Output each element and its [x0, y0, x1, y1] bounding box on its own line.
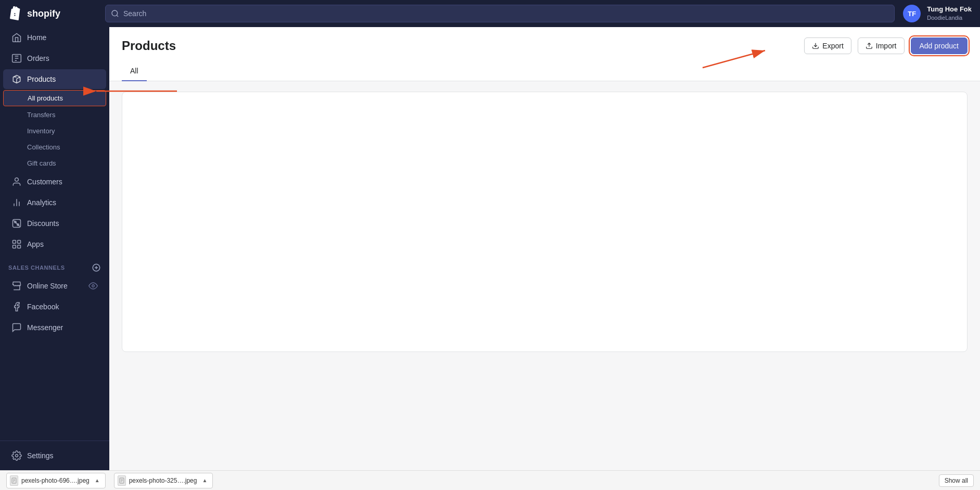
import-icon	[866, 42, 873, 49]
page-header: Products Export	[109, 27, 980, 81]
import-button[interactable]: Import	[858, 37, 905, 54]
sidebar-item-products[interactable]: Products	[3, 69, 106, 89]
show-all-button[interactable]: Show all	[939, 474, 974, 487]
sidebar-item-discounts-label: Discounts	[27, 219, 59, 228]
download-file-2[interactable]: pexels-photo-325….jpeg ▲	[114, 473, 213, 488]
shopify-logo[interactable]: shopify	[8, 6, 97, 21]
logo-text: shopify	[27, 8, 60, 19]
file-1-name: pexels-photo-696….jpeg	[21, 477, 90, 484]
user-name: Tung Hoe Fok	[927, 5, 972, 14]
page-content	[109, 81, 980, 470]
add-sales-channel-icon[interactable]	[92, 263, 101, 272]
sidebar-item-home[interactable]: Home	[3, 28, 106, 47]
analytics-icon	[11, 197, 22, 208]
sidebar-item-inventory[interactable]: Inventory	[3, 123, 106, 139]
sidebar-item-settings[interactable]: Settings	[3, 446, 106, 466]
svg-point-11	[92, 285, 95, 287]
export-icon	[812, 42, 819, 49]
main-content: Products Export	[109, 27, 980, 470]
svg-point-0	[112, 10, 118, 16]
sidebar: Home Orders Products All products Transf…	[0, 27, 109, 470]
avatar[interactable]: TF	[903, 5, 921, 22]
sidebar-item-products-label: Products	[27, 75, 56, 83]
sidebar-item-transfers[interactable]: Transfers	[3, 107, 106, 122]
sidebar-item-all-products[interactable]: All products	[3, 90, 106, 106]
sidebar-item-gift-cards[interactable]: Gift cards	[3, 156, 106, 171]
export-button[interactable]: Export	[804, 37, 851, 54]
sidebar-item-customers[interactable]: Customers	[3, 172, 106, 192]
customers-icon	[11, 177, 22, 187]
user-info: Tung Hoe Fok DoodieLandia	[927, 5, 972, 21]
sidebar-item-customers-label: Customers	[27, 178, 62, 186]
orders-icon	[11, 53, 22, 64]
topbar-right: TF Tung Hoe Fok DoodieLandia	[903, 5, 972, 22]
file-2-name: pexels-photo-325….jpeg	[129, 477, 197, 484]
sidebar-item-facebook[interactable]: Facebook	[3, 297, 106, 317]
sidebar-item-analytics[interactable]: Analytics	[3, 193, 106, 212]
sidebar-item-apps[interactable]: Apps	[3, 234, 106, 254]
user-store: DoodieLandia	[927, 14, 972, 21]
header-actions: Export Import Add product	[804, 37, 968, 54]
products-card	[122, 92, 968, 352]
sidebar-bottom: Settings	[0, 441, 109, 466]
tabs-bar: All	[122, 61, 968, 81]
settings-label: Settings	[27, 451, 54, 460]
svg-rect-6	[13, 241, 16, 244]
page-title: Products	[122, 39, 176, 53]
tab-all[interactable]: All	[122, 61, 147, 81]
home-icon	[11, 32, 22, 43]
add-product-button[interactable]: Add product	[911, 37, 968, 54]
svg-rect-8	[13, 245, 16, 248]
chevron-icon-1: ▲	[95, 478, 100, 483]
products-icon	[11, 74, 22, 84]
chevron-icon-2: ▲	[202, 478, 207, 483]
download-bar: pexels-photo-696….jpeg ▲ pexels-photo-32…	[0, 470, 980, 490]
file-icon-1	[10, 475, 18, 486]
sidebar-item-apps-label: Apps	[27, 240, 44, 248]
search-placeholder: Search	[123, 9, 146, 18]
search-bar[interactable]: Search	[105, 5, 895, 22]
sidebar-item-orders-label: Orders	[27, 54, 49, 62]
file-icon-2	[118, 475, 126, 486]
svg-rect-7	[18, 241, 21, 244]
discounts-icon	[11, 218, 22, 229]
sidebar-item-analytics-label: Analytics	[27, 198, 56, 207]
sidebar-item-home-label: Home	[27, 33, 46, 42]
sidebar-item-collections[interactable]: Collections	[3, 140, 106, 155]
svg-point-12	[16, 455, 18, 457]
settings-icon	[11, 450, 22, 461]
facebook-icon	[11, 301, 22, 312]
download-file-1[interactable]: pexels-photo-696….jpeg ▲	[6, 473, 106, 488]
eye-icon[interactable]	[88, 281, 98, 291]
search-icon	[111, 9, 119, 18]
sidebar-item-orders[interactable]: Orders	[3, 48, 106, 68]
sidebar-item-messenger[interactable]: Messenger	[3, 318, 106, 337]
sales-channels-section: SALES CHANNELS	[0, 255, 109, 275]
online-store-icon	[11, 281, 22, 291]
sidebar-item-discounts[interactable]: Discounts	[3, 213, 106, 233]
messenger-icon	[11, 322, 22, 333]
svg-rect-9	[18, 245, 21, 248]
topbar: shopify Search TF Tung Hoe Fok DoodieLan…	[0, 0, 980, 27]
apps-icon	[11, 239, 22, 249]
svg-point-2	[15, 178, 19, 182]
sidebar-item-online-store[interactable]: Online Store	[3, 276, 106, 296]
